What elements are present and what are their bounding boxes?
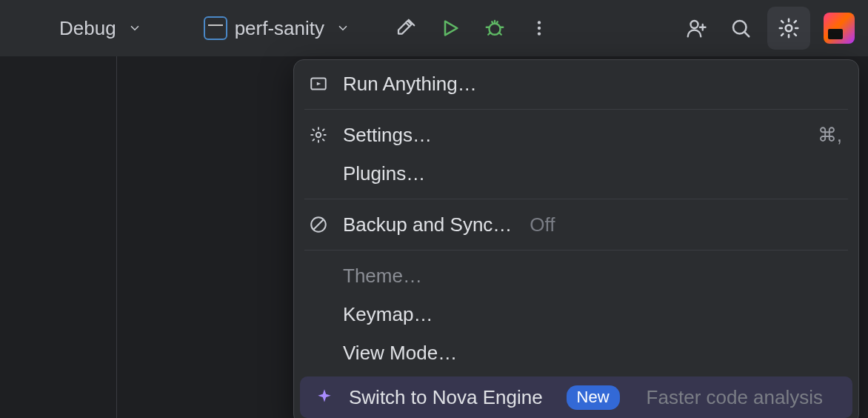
play-icon: [440, 18, 461, 39]
build-button[interactable]: [388, 10, 424, 46]
menu-hint: Off: [530, 213, 555, 236]
menu-label: View Mode…: [343, 342, 457, 365]
menu-label: Keymap…: [343, 303, 433, 326]
svg-point-4: [538, 32, 541, 35]
more-actions-button[interactable]: [521, 10, 557, 46]
menu-item-run-anything[interactable]: Run Anything…: [294, 64, 858, 103]
menu-label: Backup and Sync…: [343, 213, 512, 236]
search-everywhere-button[interactable]: [723, 10, 758, 46]
editor-gutter: [0, 56, 117, 418]
code-with-me-button[interactable]: [678, 10, 714, 46]
debug-button[interactable]: [477, 10, 513, 46]
chevron-down-icon: [128, 21, 141, 35]
debug-label: Debug: [59, 17, 116, 40]
terminal-icon: [204, 16, 227, 40]
kebab-icon: [530, 19, 549, 38]
menu-item-keymap[interactable]: Keymap…: [294, 295, 858, 334]
menu-label: Switch to Nova Engine: [349, 386, 543, 409]
ide-logo[interactable]: [824, 13, 855, 44]
hammer-icon: [395, 17, 417, 39]
chevron-down-icon: [336, 21, 350, 35]
sparkle-icon: [313, 388, 335, 407]
svg-point-2: [538, 21, 541, 24]
menu-item-view-mode[interactable]: View Mode…: [294, 334, 858, 372]
svg-line-7: [745, 33, 750, 37]
main-toolbar: Debug perf-sanity: [0, 0, 868, 56]
svg-point-3: [538, 27, 541, 30]
menu-label: Theme…: [343, 265, 422, 288]
menu-label: Settings…: [343, 124, 432, 147]
run-button[interactable]: [433, 10, 468, 46]
menu-label: Plugins…: [343, 162, 425, 185]
run-config-dropdown[interactable]: perf-sanity: [196, 10, 357, 46]
svg-point-11: [316, 133, 321, 138]
menu-item-settings[interactable]: Settings… ⌘,: [294, 116, 858, 154]
menu-separator: [304, 199, 848, 199]
svg-line-13: [314, 220, 324, 230]
run-anything-icon: [307, 74, 330, 93]
menu-separator: [304, 250, 848, 251]
gear-icon: [777, 16, 801, 40]
menu-item-theme[interactable]: Theme…: [294, 256, 858, 295]
debug-dropdown[interactable]: Debug: [52, 10, 149, 46]
add-user-icon: [685, 17, 707, 39]
menu-item-nova-engine[interactable]: Switch to Nova Engine New Faster code an…: [300, 376, 852, 418]
bug-icon: [484, 17, 506, 39]
menu-item-plugins[interactable]: Plugins…: [294, 154, 858, 193]
run-config-name: perf-sanity: [235, 17, 324, 40]
svg-point-5: [691, 21, 698, 28]
settings-button[interactable]: [767, 7, 810, 50]
svg-marker-0: [445, 21, 457, 36]
gear-icon: [307, 125, 330, 145]
menu-label: Run Anything…: [343, 73, 477, 96]
menu-shortcut: ⌘,: [818, 124, 842, 147]
disabled-icon: [307, 215, 330, 234]
settings-menu: Run Anything… Settings… ⌘, Plugins… Back…: [293, 59, 859, 418]
svg-marker-10: [317, 82, 321, 85]
menu-item-backup-sync[interactable]: Backup and Sync… Off: [294, 205, 858, 244]
svg-point-8: [786, 25, 792, 32]
menu-hint: Faster code analysis: [647, 386, 823, 409]
search-icon: [730, 17, 752, 39]
menu-separator: [304, 109, 848, 110]
new-badge: New: [567, 385, 620, 410]
